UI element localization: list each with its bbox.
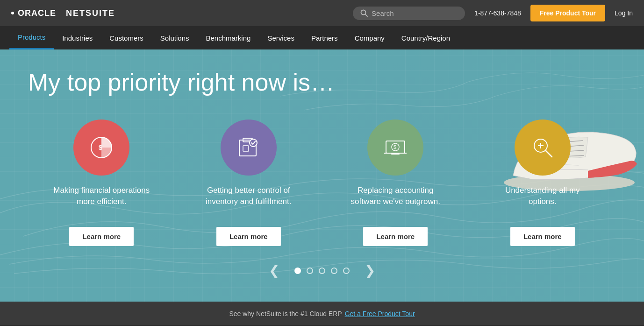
logo-separator: [60, 8, 62, 18]
card-inventory-text: Getting better control of inventory and …: [197, 185, 300, 218]
svg-text:$: $: [394, 144, 396, 150]
svg-line-19: [545, 150, 552, 157]
carousel-next-arrow[interactable]: ❯: [355, 263, 385, 278]
nav-item-partners[interactable]: Partners: [303, 26, 346, 49]
carousel-nav: ❮ ❯: [28, 263, 616, 278]
nav-item-products[interactable]: Products: [9, 26, 54, 49]
nav-item-company[interactable]: Company: [346, 26, 393, 49]
nav-item-services[interactable]: Services: [259, 26, 303, 49]
nav-bar: Products Industries Customers Solutions …: [0, 26, 644, 49]
top-bar: ORACLE NETSUITE Search 1-877-638-7848 Fr…: [0, 0, 644, 26]
nav-item-country-region[interactable]: Country/Region: [393, 26, 458, 49]
bottom-bar-link[interactable]: Get a Free Product Tour: [345, 310, 415, 317]
carousel-dot-5[interactable]: [343, 268, 350, 274]
carousel-prev-arrow[interactable]: ❮: [259, 263, 289, 278]
top-bar-right: Search 1-877-638-7848 Free Product Tour …: [353, 5, 633, 21]
inventory-icon-circle: [221, 120, 277, 176]
carousel-dot-3[interactable]: [319, 268, 325, 274]
svg-point-12: [250, 139, 257, 147]
card-financial-text: Making financial operations more efficie…: [50, 185, 153, 218]
logo-dot: [11, 12, 14, 14]
nav-item-solutions[interactable]: Solutions: [152, 26, 198, 49]
bottom-bar-text: See why NetSuite is the #1 Cloud ERP: [229, 310, 342, 317]
login-link[interactable]: Log In: [615, 9, 633, 17]
search-icon: [360, 9, 368, 17]
carousel-dot-2[interactable]: [307, 268, 313, 274]
bottom-bar: See why NetSuite is the #1 Cloud ERP Get…: [0, 302, 644, 326]
search-placeholder: Search: [372, 9, 394, 17]
carousel-dot-4[interactable]: [331, 268, 337, 274]
hero-cards-row: $ Making financial operations more effic…: [28, 120, 616, 246]
search-bar[interactable]: Search: [353, 7, 465, 20]
nav-item-benchmarking[interactable]: Benchmarking: [198, 26, 259, 49]
nav-item-industries[interactable]: Industries: [54, 26, 101, 49]
svg-text:$: $: [99, 144, 102, 151]
logo: ORACLE NETSUITE: [11, 8, 115, 18]
nav-item-customers[interactable]: Customers: [101, 26, 152, 49]
inventory-icon: [235, 134, 263, 162]
accounting-icon: $: [381, 134, 409, 162]
learn-more-inventory-btn[interactable]: Learn more: [216, 227, 281, 246]
learn-more-options-btn[interactable]: Learn more: [510, 227, 575, 246]
card-financial: $ Making financial operations more effic…: [50, 120, 153, 246]
carousel-dot-1[interactable]: [294, 268, 301, 274]
phone-number: 1-877-638-7848: [474, 9, 521, 17]
card-accounting: $ Replacing accounting software we've ou…: [344, 120, 447, 246]
card-inventory: Getting better control of inventory and …: [197, 120, 300, 246]
svg-line-1: [365, 14, 368, 17]
finance-icon: $: [87, 134, 115, 162]
accounting-icon-circle: $: [367, 120, 423, 176]
hero-section: My top priority right now is… $ Making f…: [0, 49, 644, 302]
finance-icon-circle: $: [73, 120, 129, 176]
hero-title: My top priority right now is…: [28, 68, 616, 96]
options-icon: [529, 134, 557, 162]
logo-oracle: ORACLE: [18, 8, 56, 18]
options-icon-circle: [515, 120, 571, 176]
free-product-tour-button[interactable]: Free Product Tour: [530, 5, 605, 21]
learn-more-accounting-btn[interactable]: Learn more: [363, 227, 428, 246]
learn-more-financial-btn[interactable]: Learn more: [69, 227, 134, 246]
card-options: Understanding all my options. Learn more: [491, 120, 594, 246]
card-accounting-text: Replacing accounting software we've outg…: [344, 185, 447, 218]
card-options-text: Understanding all my options.: [491, 185, 594, 218]
svg-rect-11: [243, 146, 249, 151]
logo-netsuite: NETSUITE: [66, 8, 115, 18]
